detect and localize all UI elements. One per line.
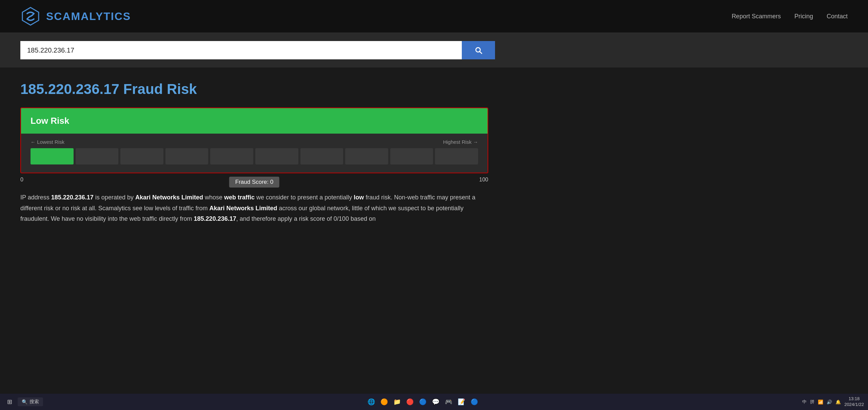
search-icon-taskbar: 🔍 bbox=[22, 399, 27, 405]
risk-card: Low Risk ← Lowest Risk Highest Risk → bbox=[20, 108, 488, 173]
taskbar-app-wechat[interactable]: 💬 bbox=[430, 396, 441, 407]
taskbar-date-display: 2024/1/22 bbox=[844, 402, 864, 408]
taskbar-lang-zh: 中 bbox=[802, 399, 807, 405]
scamalytics-logo-icon bbox=[20, 6, 41, 26]
taskbar-app-browser2[interactable]: 🔵 bbox=[469, 396, 480, 407]
taskbar-sound: 🔊 bbox=[827, 399, 832, 405]
taskbar-app-notes[interactable]: 📝 bbox=[456, 396, 467, 407]
page-title: 185.220.236.17 Fraud Risk bbox=[20, 81, 488, 97]
search-icon bbox=[474, 46, 483, 55]
search-section: 185.220.236.17 bbox=[0, 33, 868, 67]
risk-segment-4 bbox=[210, 148, 253, 164]
taskbar-center: 🌐 🟠 📁 🔴 🔵 💬 🎮 📝 🔵 bbox=[366, 396, 480, 407]
risk-banner: Low Risk bbox=[21, 108, 488, 134]
risk-scale-section: ← Lowest Risk Highest Risk → bbox=[21, 134, 488, 173]
risk-bar-container bbox=[31, 148, 478, 164]
taskbar-right: 中 拼 📶 🔊 🔔 13:18 2024/1/22 bbox=[802, 396, 864, 408]
risk-segment-5 bbox=[255, 148, 298, 164]
fraud-score-max: 100 bbox=[479, 177, 488, 183]
taskbar-app-edge[interactable]: 🔵 bbox=[417, 396, 428, 407]
taskbar-app-orange[interactable]: 🟠 bbox=[379, 396, 390, 407]
risk-segment-6 bbox=[300, 148, 343, 164]
taskbar-app-globe[interactable]: 🌐 bbox=[366, 396, 377, 407]
search-input[interactable]: 185.220.236.17 bbox=[20, 41, 462, 59]
taskbar-time-display: 13:18 bbox=[844, 396, 864, 402]
taskbar-left: ⊞ 🔍 搜索 bbox=[4, 396, 43, 407]
search-button[interactable] bbox=[462, 41, 495, 59]
risk-segment-1 bbox=[76, 148, 119, 164]
taskbar: ⊞ 🔍 搜索 🌐 🟠 📁 🔴 🔵 💬 🎮 📝 🔵 中 拼 📶 🔊 🔔 13:18… bbox=[0, 394, 868, 410]
nav-pricing[interactable]: Pricing bbox=[794, 13, 813, 20]
taskbar-app-folder[interactable]: 📁 bbox=[392, 396, 402, 407]
risk-segment-9 bbox=[435, 148, 478, 164]
search-row: 185.220.236.17 bbox=[20, 41, 495, 59]
main-content: 185.220.236.17 Fraud Risk Low Risk ← Low… bbox=[0, 67, 509, 245]
risk-segment-8 bbox=[390, 148, 433, 164]
fraud-score-row: 0 Fraud Score: 0 100 bbox=[20, 177, 488, 183]
description: IP address 185.220.236.17 is operated by… bbox=[20, 192, 488, 224]
risk-level-label: Low Risk bbox=[31, 116, 69, 126]
taskbar-search[interactable]: 🔍 搜索 bbox=[18, 397, 43, 406]
nav-report-scammers[interactable]: Report Scammers bbox=[732, 13, 781, 20]
highest-risk-label: Highest Risk → bbox=[443, 139, 478, 145]
risk-segment-3 bbox=[165, 148, 209, 164]
taskbar-search-label: 搜索 bbox=[29, 399, 39, 405]
taskbar-notification: 🔔 bbox=[835, 399, 841, 405]
lowest-risk-label: ← Lowest Risk bbox=[31, 139, 64, 145]
risk-segment-7 bbox=[345, 148, 388, 164]
main-nav: Report Scammers Pricing Contact bbox=[732, 13, 848, 20]
taskbar-wifi: 📶 bbox=[818, 399, 823, 405]
fraud-score-tooltip: Fraud Score: 0 bbox=[229, 177, 279, 188]
taskbar-clock: 13:18 2024/1/22 bbox=[844, 396, 864, 408]
logo-text: SCAMALYTICS bbox=[46, 10, 131, 23]
logo-area: SCAMALYTICS bbox=[20, 6, 131, 26]
nav-contact[interactable]: Contact bbox=[827, 13, 848, 20]
taskbar-app-chrome[interactable]: 🔴 bbox=[405, 396, 415, 407]
taskbar-lang-pin: 拼 bbox=[810, 399, 814, 405]
header: SCAMALYTICS Report Scammers Pricing Cont… bbox=[0, 0, 868, 33]
risk-scale-labels: ← Lowest Risk Highest Risk → bbox=[31, 139, 478, 145]
risk-segment-0 bbox=[31, 148, 74, 164]
taskbar-app-game[interactable]: 🎮 bbox=[443, 396, 454, 407]
risk-segment-2 bbox=[120, 148, 163, 164]
fraud-score-min: 0 bbox=[20, 177, 23, 183]
start-button[interactable]: ⊞ bbox=[4, 396, 15, 407]
